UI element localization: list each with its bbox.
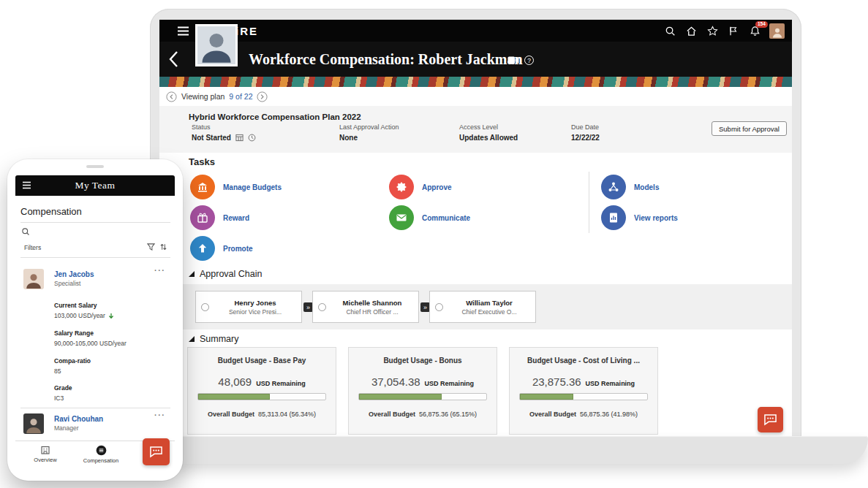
detail-label: Grade: [54, 384, 72, 392]
overall-budget-label: Overall Budget: [208, 411, 254, 418]
tab-compensation[interactable]: Compensation: [75, 445, 127, 464]
compensation-icon: [96, 445, 107, 456]
phone-screen: My Team Compensation Filters Jen Jacobs …: [15, 175, 175, 473]
field-label: Due Date: [571, 123, 600, 131]
detail-value: 103,000 USD/year: [54, 312, 114, 319]
employee-name-link[interactable]: Ravi Chouhan: [54, 415, 103, 423]
radio-icon[interactable]: [318, 303, 326, 311]
employee-photo-avatar: [195, 24, 238, 66]
budget-progress-bar: [358, 393, 487, 400]
section-title: Approval Chain: [200, 269, 262, 279]
task-view-reports[interactable]: View reports: [601, 205, 678, 230]
search-icon[interactable]: [21, 227, 30, 236]
phone-section-title: Compensation: [20, 206, 82, 217]
help-icon[interactable]: [524, 56, 534, 65]
task-label: View reports: [634, 214, 678, 222]
budget-progress-bar: [197, 393, 326, 400]
radio-icon[interactable]: [435, 303, 443, 311]
back-button[interactable]: [168, 50, 178, 68]
chat-button[interactable]: [143, 438, 170, 465]
collapse-triangle-icon: [189, 336, 195, 342]
gift-icon: [190, 205, 215, 230]
decorative-pattern-strip: [159, 77, 792, 87]
video-icon[interactable]: [507, 56, 519, 64]
task-promote[interactable]: Promote: [190, 236, 253, 261]
approval-chain-heading[interactable]: Approval Chain: [189, 269, 262, 279]
approver-card[interactable]: William Taylor Chief Executive O...: [429, 291, 536, 323]
employee-name-link[interactable]: Jen Jacobs: [54, 270, 94, 278]
employee-role: Specialist: [54, 280, 80, 287]
employee-role: Manager: [54, 424, 79, 432]
viewing-plan-label: Viewing plan: [181, 92, 224, 101]
tab-overview[interactable]: Overview: [26, 445, 65, 463]
search-icon[interactable]: [663, 24, 676, 37]
section-title: Summary: [200, 334, 238, 344]
approver-card[interactable]: Michelle Shannon Chief HR Officer ...: [312, 291, 419, 323]
task-label: Promote: [223, 245, 253, 253]
plan-summary-panel: Hybrid Workforce Compensation Plan 2022 …: [159, 106, 792, 153]
status-clock-icon[interactable]: [248, 134, 256, 142]
approver-title: Chief HR Officer ...: [331, 308, 413, 316]
overall-budget-label: Overall Budget: [369, 411, 415, 418]
budget-card-bonus: Budget Usage - Bonus 37,054.38 USD Remai…: [348, 347, 497, 435]
divider: [20, 257, 170, 258]
field-value: Not Started: [192, 134, 231, 142]
task-manage-budgets[interactable]: Manage Budgets: [190, 175, 282, 199]
worksheet-grid-icon[interactable]: [235, 134, 244, 142]
next-plan-icon[interactable]: [257, 91, 268, 102]
approver-title: Senior Vice Presi...: [214, 308, 296, 316]
submit-for-approval-button[interactable]: Submit for Approval: [712, 121, 787, 136]
desktop-screen: iNSPiRE 154: [159, 20, 792, 443]
employee-avatar: [23, 413, 44, 434]
flag-icon[interactable]: [727, 24, 740, 37]
desktop-topbar: iNSPiRE 154: [159, 20, 792, 42]
overflow-menu-icon[interactable]: [154, 411, 166, 419]
task-communicate[interactable]: Communicate: [389, 205, 470, 230]
task-label: Communicate: [422, 214, 470, 222]
budget-card-title: Budget Usage - Bonus: [349, 357, 497, 365]
hamburger-menu-icon[interactable]: [22, 181, 31, 189]
approver-name: Michelle Shannon: [331, 299, 413, 307]
user-avatar[interactable]: [769, 23, 785, 39]
task-label: Approve: [422, 183, 452, 191]
favorites-star-icon[interactable]: [706, 24, 719, 37]
envelope-icon: [389, 205, 414, 230]
plan-count[interactable]: 9 of 22: [229, 92, 252, 101]
radio-icon[interactable]: [201, 303, 209, 311]
detail-value-text: 90,000-105,000 USD/year: [54, 340, 127, 347]
tasks-heading: Tasks: [189, 156, 215, 167]
task-approve[interactable]: Approve: [389, 175, 452, 199]
task-models[interactable]: Models: [601, 175, 659, 199]
field-value: Updates Allowed: [459, 134, 518, 142]
overflow-menu-icon[interactable]: [154, 266, 166, 275]
budget-progress-fill: [520, 394, 573, 400]
filters-label[interactable]: Filters: [24, 244, 41, 251]
detail-value-text: IC3: [54, 394, 64, 402]
detail-value: 90,000-105,000 USD/year: [54, 340, 127, 347]
page-header: Workforce Compensation: Robert Jackman: [159, 42, 792, 77]
home-icon[interactable]: [684, 24, 698, 37]
page: iNSPiRE 154: [0, 0, 868, 488]
phone-page-title: My Team: [75, 180, 115, 191]
notification-count-badge: 154: [755, 21, 768, 28]
task-reward[interactable]: Reward: [190, 205, 249, 230]
chat-button[interactable]: [758, 407, 783, 432]
notifications-bell-icon[interactable]: 154: [748, 24, 761, 37]
field-label: Access Level: [459, 123, 518, 131]
budget-progress-fill: [198, 394, 270, 400]
starburst-icon: [389, 175, 414, 199]
title-action-icons: [507, 56, 534, 65]
summary-heading[interactable]: Summary: [189, 334, 238, 344]
previous-plan-icon[interactable]: [166, 91, 177, 102]
sort-icon[interactable]: [159, 243, 167, 251]
budget-card-title: Budget Usage - Cost of Living ...: [510, 357, 657, 365]
approver-name: William Taylor: [448, 299, 530, 307]
plan-field-access-level: Access Level Updates Allowed: [459, 123, 518, 142]
filter-funnel-icon[interactable]: [147, 243, 155, 251]
budget-progress-fill: [359, 394, 442, 400]
hamburger-menu-icon[interactable]: [177, 26, 189, 36]
remaining-label: USD Remaining: [256, 380, 306, 387]
tab-label: Overview: [34, 457, 56, 463]
detail-value: IC3: [54, 394, 64, 402]
approver-card[interactable]: Henry Jones Senior Vice Presi...: [195, 291, 302, 323]
